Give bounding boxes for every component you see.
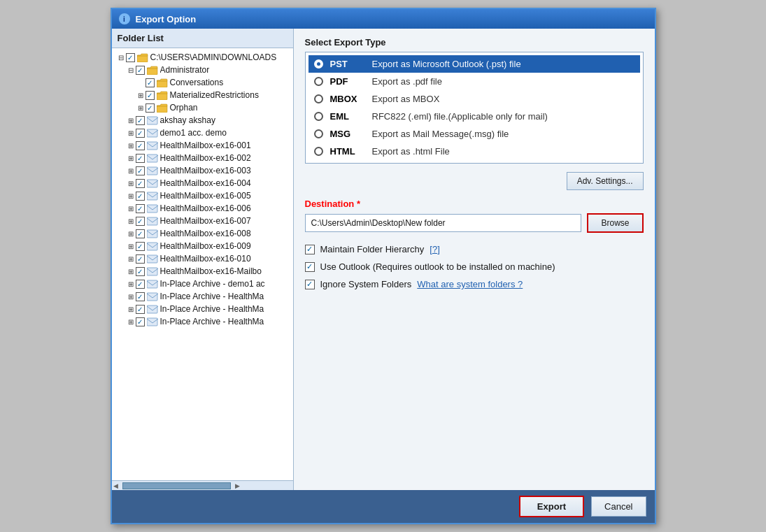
cancel-button[interactable]: Cancel <box>591 496 646 517</box>
svg-rect-14 <box>147 230 157 238</box>
radio-btn-pst[interactable] <box>314 59 323 69</box>
option-checkbox-maintain_hierarchy[interactable] <box>305 245 315 254</box>
radio-btn-msg[interactable] <box>314 129 323 138</box>
tree-item[interactable]: ⊞ demo1 acc. demo <box>112 127 293 139</box>
export-option-html[interactable]: HTML Export as .html File <box>308 143 640 160</box>
tree-label: HealthMailbox-ex16-001 <box>160 141 290 150</box>
tree-checkbox[interactable] <box>126 53 135 62</box>
tree-expander[interactable]: ⊞ <box>126 268 136 275</box>
tree-item[interactable]: ⊞ akshay akshay <box>112 114 293 127</box>
tree-item[interactable]: ⊞ HealthMailbox-ex16-001 <box>112 139 293 152</box>
export-dialog: i Export Option Folder List ⊟ C:\USERS\A… <box>111 8 656 524</box>
tree-item[interactable]: Conversations <box>112 76 293 89</box>
tree-item[interactable]: ⊞ HealthMailbox-ex16-007 <box>112 215 293 227</box>
tree-expander[interactable]: ⊞ <box>126 305 136 313</box>
tree-label: Conversations <box>170 78 290 87</box>
tree-expander[interactable]: ⊞ <box>126 167 136 175</box>
tree-checkbox[interactable] <box>136 305 145 314</box>
tree-item[interactable]: ⊞ HealthMailbox-ex16-009 <box>112 240 293 252</box>
tree-checkbox[interactable] <box>136 229 145 238</box>
svg-rect-9 <box>147 167 157 175</box>
export-option-eml[interactable]: EML RFC822 (.eml) file.(Applicable only … <box>308 108 640 125</box>
option-link-ignore_system[interactable]: What are system folders ? <box>417 279 523 289</box>
tree-checkbox[interactable] <box>136 154 145 163</box>
tree-expander[interactable]: ⊞ <box>126 180 136 187</box>
option-row-use_outlook: Use Outlook (Requires outlook to be inst… <box>305 261 644 272</box>
tree-expander[interactable]: ⊞ <box>126 230 136 238</box>
export-button[interactable]: Export <box>519 496 584 517</box>
tree-item[interactable]: ⊞ HealthMailbox-ex16-Mailbo <box>112 265 293 278</box>
tree-expander[interactable]: ⊞ <box>126 205 136 213</box>
adv-settings-button[interactable]: Adv. Settings... <box>567 172 644 190</box>
tree-item[interactable]: ⊞ HealthMailbox-ex16-008 <box>112 227 293 240</box>
browse-button[interactable]: Browse <box>587 213 643 233</box>
tree-checkbox[interactable] <box>136 280 145 289</box>
tree-expander[interactable]: ⊞ <box>126 192 136 200</box>
export-type-name-html: HTML <box>330 146 365 157</box>
tree-checkbox[interactable] <box>146 91 155 100</box>
tree-expander[interactable]: ⊞ <box>126 129 136 137</box>
tree-checkbox[interactable] <box>136 116 145 125</box>
tree-item[interactable]: ⊞ In-Place Archive - HealthMa <box>112 303 293 315</box>
tree-expander[interactable]: ⊞ <box>136 92 146 99</box>
tree-expander[interactable]: ⊞ <box>126 217 136 225</box>
tree-item[interactable]: ⊟ Administrator <box>112 64 293 76</box>
tree-item[interactable]: ⊞ Orphan <box>112 101 293 114</box>
tree-checkbox[interactable] <box>136 292 145 301</box>
tree-checkbox[interactable] <box>136 204 145 213</box>
tree-item[interactable]: ⊞ HealthMailbox-ex16-002 <box>112 152 293 164</box>
tree-expander[interactable]: ⊞ <box>126 255 136 263</box>
tree-checkbox[interactable] <box>136 66 145 75</box>
option-row-ignore_system: Ignore System Folders What are system fo… <box>305 279 644 289</box>
tree-checkbox[interactable] <box>136 267 145 276</box>
tree-item[interactable]: ⊞ HealthMailbox-ex16-006 <box>112 202 293 215</box>
tree-checkbox[interactable] <box>136 166 145 175</box>
export-option-mbox[interactable]: MBOX Export as MBOX <box>308 90 640 108</box>
option-checkbox-use_outlook[interactable] <box>305 262 315 272</box>
tree-checkbox[interactable] <box>136 217 145 226</box>
export-option-pdf[interactable]: PDF Export as .pdf file <box>308 73 640 90</box>
mailbox-icon <box>147 267 158 276</box>
tree-checkbox[interactable] <box>136 129 145 138</box>
tree-item[interactable]: ⊞ HealthMailbox-ex16-005 <box>112 189 293 202</box>
h-scroll-thumb[interactable] <box>122 482 231 489</box>
tree-item[interactable]: ⊞ In-Place Archive - HealthMa <box>112 315 293 328</box>
radio-btn-html[interactable] <box>314 147 323 156</box>
radio-btn-pdf[interactable] <box>314 77 323 86</box>
tree-expander[interactable]: ⊞ <box>126 318 136 326</box>
tree-checkbox[interactable] <box>136 192 145 201</box>
tree-item[interactable]: ⊞ HealthMailbox-ex16-004 <box>112 177 293 189</box>
tree-expander[interactable]: ⊟ <box>116 54 126 62</box>
tree-checkbox[interactable] <box>136 317 145 326</box>
tree-expander[interactable]: ⊞ <box>126 117 136 124</box>
destination-input[interactable] <box>305 214 582 232</box>
tree-item[interactable]: ⊞ In-Place Archive - HealthMa <box>112 290 293 303</box>
radio-btn-mbox[interactable] <box>314 94 323 103</box>
tree-checkbox[interactable] <box>146 103 155 113</box>
tree-expander[interactable]: ⊞ <box>126 280 136 288</box>
folder-tree[interactable]: ⊟ C:\USERS\ADMIN\DOWNLOADS ⊟ Administrat… <box>112 48 293 480</box>
option-link-maintain_hierarchy[interactable]: [?] <box>430 244 439 254</box>
tree-expander[interactable]: ⊞ <box>126 154 136 162</box>
tree-item[interactable]: ⊟ C:\USERS\ADMIN\DOWNLOADS <box>112 51 293 64</box>
option-checkbox-ignore_system[interactable] <box>305 280 315 289</box>
tree-checkbox[interactable] <box>136 242 145 251</box>
tree-item[interactable]: ⊞ HealthMailbox-ex16-003 <box>112 164 293 177</box>
tree-item[interactable]: ⊞ MaterializedRestrictions <box>112 89 293 101</box>
tree-expander[interactable]: ⊞ <box>126 293 136 301</box>
tree-expander[interactable]: ⊞ <box>126 243 136 250</box>
tree-checkbox[interactable] <box>146 78 155 87</box>
tree-checkbox[interactable] <box>136 254 145 264</box>
tree-item[interactable]: ⊞ In-Place Archive - demo1 ac <box>112 278 293 290</box>
tree-checkbox[interactable] <box>136 179 145 188</box>
tree-expander[interactable]: ⊞ <box>136 104 146 112</box>
tree-checkbox[interactable] <box>136 141 145 150</box>
radio-btn-eml[interactable] <box>314 112 323 121</box>
export-option-pst[interactable]: PST Export as Microsoft Outlook (.pst) f… <box>308 55 640 73</box>
horizontal-scrollbar[interactable]: ◀ ▶ <box>112 480 293 490</box>
tree-expander[interactable]: ⊟ <box>126 66 136 74</box>
tree-expander[interactable]: ⊞ <box>126 142 136 150</box>
folder-icon <box>147 66 158 75</box>
tree-item[interactable]: ⊞ HealthMailbox-ex16-010 <box>112 252 293 265</box>
export-option-msg[interactable]: MSG Export as Mail Message(.msg) file <box>308 125 640 143</box>
